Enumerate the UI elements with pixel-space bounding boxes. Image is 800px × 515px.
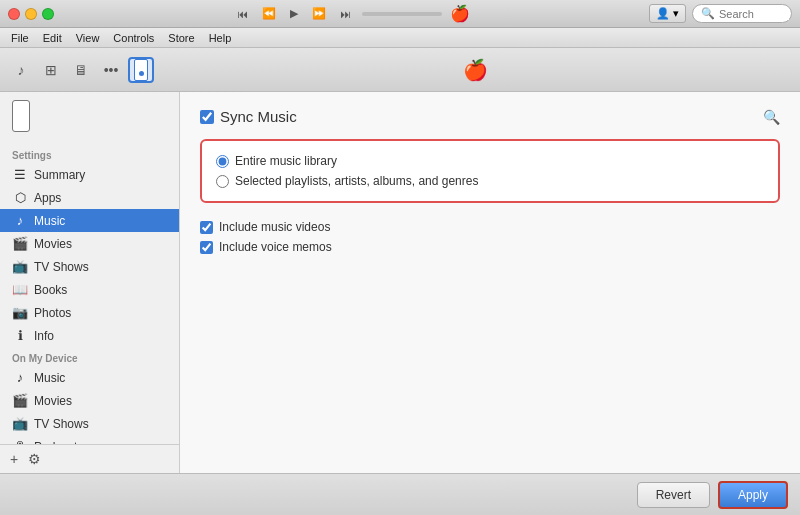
menu-bar: File Edit View Controls Store Help bbox=[0, 28, 800, 48]
info-icon: ℹ bbox=[12, 328, 28, 343]
menu-store[interactable]: Store bbox=[162, 28, 200, 47]
device-header bbox=[0, 92, 179, 140]
title-bar-right: 👤 ▾ 🔍 bbox=[649, 4, 792, 23]
search-right-icon[interactable]: 🔍 bbox=[763, 109, 780, 125]
sidebar-item-summary[interactable]: ☰ Summary bbox=[0, 163, 179, 186]
sidebar-label-device-music: Music bbox=[34, 371, 65, 385]
sidebar-label-device-tvshows: TV Shows bbox=[34, 417, 89, 431]
sync-header: Sync Music 🔍 bbox=[200, 108, 780, 125]
maximize-button[interactable] bbox=[42, 8, 54, 20]
summary-icon: ☰ bbox=[12, 167, 28, 182]
person-icon: 👤 bbox=[656, 7, 670, 20]
sidebar-item-device-movies[interactable]: 🎬 Movies bbox=[0, 389, 179, 412]
include-music-videos-checkbox[interactable] bbox=[200, 221, 213, 234]
sidebar-item-photos[interactable]: 📷 Photos bbox=[0, 301, 179, 324]
close-button[interactable] bbox=[8, 8, 20, 20]
fastforward-button[interactable]: ⏩ bbox=[309, 5, 329, 22]
entire-library-radio[interactable] bbox=[216, 155, 229, 168]
sync-checkbox[interactable] bbox=[200, 110, 214, 124]
menu-edit[interactable]: Edit bbox=[37, 28, 68, 47]
include-voice-memos-label: Include voice memos bbox=[219, 240, 332, 254]
window-controls bbox=[8, 8, 54, 20]
search-icon: 🔍 bbox=[701, 7, 715, 20]
sidebar-item-device-tvshows[interactable]: 📺 TV Shows bbox=[0, 412, 179, 435]
tvshows-icon: 📺 bbox=[12, 259, 28, 274]
device-movies-icon: 🎬 bbox=[12, 393, 28, 408]
progress-bar[interactable] bbox=[362, 12, 442, 16]
main-area: Settings ☰ Summary ⬡ Apps ♪ Music 🎬 Movi… bbox=[0, 92, 800, 473]
grid-icon[interactable]: ⊞ bbox=[38, 57, 64, 83]
search-input[interactable] bbox=[719, 8, 789, 20]
sidebar-item-apps[interactable]: ⬡ Apps bbox=[0, 186, 179, 209]
sidebar-item-device-music[interactable]: ♪ Music bbox=[0, 366, 179, 389]
sidebar-label-device-movies: Movies bbox=[34, 394, 72, 408]
prev-button[interactable]: ⏮ bbox=[234, 6, 251, 22]
sidebar-label-photos: Photos bbox=[34, 306, 71, 320]
selected-label: Selected playlists, artists, albums, and… bbox=[235, 174, 478, 188]
rewind-button[interactable]: ⏪ bbox=[259, 5, 279, 22]
sidebar-bottom: + ⚙ bbox=[0, 444, 179, 473]
movies-icon: 🎬 bbox=[12, 236, 28, 251]
device-thumbnail bbox=[12, 100, 30, 132]
device-tvshows-icon: 📺 bbox=[12, 416, 28, 431]
include-voice-memos-option[interactable]: Include voice memos bbox=[200, 237, 780, 257]
include-voice-memos-checkbox[interactable] bbox=[200, 241, 213, 254]
account-button[interactable]: 👤 ▾ bbox=[649, 4, 686, 23]
monitor-icon[interactable]: 🖥 bbox=[68, 57, 94, 83]
apple-center-logo: 🍎 bbox=[463, 58, 488, 82]
option-selected[interactable]: Selected playlists, artists, albums, and… bbox=[216, 171, 764, 191]
sidebar: Settings ☰ Summary ⬡ Apps ♪ Music 🎬 Movi… bbox=[0, 92, 180, 473]
next-button[interactable]: ⏭ bbox=[337, 6, 354, 22]
minimize-button[interactable] bbox=[25, 8, 37, 20]
sidebar-content: Settings ☰ Summary ⬡ Apps ♪ Music 🎬 Movi… bbox=[0, 140, 179, 444]
menu-controls[interactable]: Controls bbox=[107, 28, 160, 47]
sidebar-label-apps: Apps bbox=[34, 191, 61, 205]
dots-icon[interactable]: ••• bbox=[98, 57, 124, 83]
sync-music-label: Sync Music bbox=[220, 108, 297, 125]
sidebar-label-movies: Movies bbox=[34, 237, 72, 251]
sidebar-label-music: Music bbox=[34, 214, 65, 228]
chevron-down-icon: ▾ bbox=[673, 7, 679, 20]
sidebar-item-info[interactable]: ℹ Info bbox=[0, 324, 179, 347]
menu-file[interactable]: File bbox=[5, 28, 35, 47]
books-icon: 📖 bbox=[12, 282, 28, 297]
sidebar-item-movies[interactable]: 🎬 Movies bbox=[0, 232, 179, 255]
main-panel: Sync Music 🔍 Entire music library Select… bbox=[180, 92, 800, 473]
sidebar-item-device-podcasts[interactable]: 🎙 Podcasts bbox=[0, 435, 179, 444]
device-music-icon: ♪ bbox=[12, 370, 28, 385]
include-music-videos-label: Include music videos bbox=[219, 220, 330, 234]
selected-radio[interactable] bbox=[216, 175, 229, 188]
on-my-device-section-label: On My Device bbox=[0, 347, 179, 366]
revert-button[interactable]: Revert bbox=[637, 482, 710, 508]
apply-button[interactable]: Apply bbox=[718, 481, 788, 509]
photos-icon: 📷 bbox=[12, 305, 28, 320]
sidebar-label-tvshows: TV Shows bbox=[34, 260, 89, 274]
sidebar-label-summary: Summary bbox=[34, 168, 85, 182]
apple-logo-icon: 🍎 bbox=[450, 4, 470, 23]
sidebar-item-music[interactable]: ♪ Music bbox=[0, 209, 179, 232]
music-note-icon[interactable]: ♪ bbox=[8, 57, 34, 83]
include-music-videos-option[interactable]: Include music videos bbox=[200, 217, 780, 237]
search-box: 🔍 bbox=[692, 4, 792, 23]
title-bar: ⏮ ⏪ ▶ ⏩ ⏭ 🍎 👤 ▾ 🔍 bbox=[0, 0, 800, 28]
device-icon[interactable] bbox=[128, 57, 154, 83]
toolbar-center: 🍎 bbox=[158, 58, 792, 82]
music-icon: ♪ bbox=[12, 213, 28, 228]
menu-view[interactable]: View bbox=[70, 28, 106, 47]
toolbar: ♪ ⊞ 🖥 ••• 🍎 bbox=[0, 48, 800, 92]
settings-gear-button[interactable]: ⚙ bbox=[26, 449, 43, 469]
sync-title: Sync Music bbox=[200, 108, 297, 125]
sidebar-item-tvshows[interactable]: 📺 TV Shows bbox=[0, 255, 179, 278]
settings-section-label: Settings bbox=[0, 144, 179, 163]
apps-icon: ⬡ bbox=[12, 190, 28, 205]
options-box: Entire music library Selected playlists,… bbox=[200, 139, 780, 203]
bottom-bar: Revert Apply bbox=[0, 473, 800, 515]
sidebar-label-books: Books bbox=[34, 283, 67, 297]
sidebar-label-info: Info bbox=[34, 329, 54, 343]
sidebar-item-books[interactable]: 📖 Books bbox=[0, 278, 179, 301]
add-button[interactable]: + bbox=[8, 449, 20, 469]
menu-help[interactable]: Help bbox=[203, 28, 238, 47]
option-entire-library[interactable]: Entire music library bbox=[216, 151, 764, 171]
play-button[interactable]: ▶ bbox=[287, 5, 301, 22]
title-bar-center: ⏮ ⏪ ▶ ⏩ ⏭ 🍎 bbox=[54, 4, 649, 23]
